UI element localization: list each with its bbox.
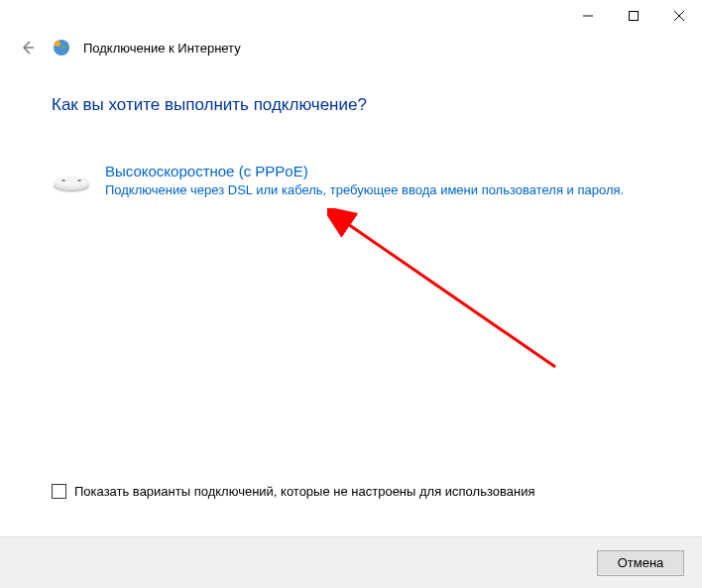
pppoe-option[interactable]: Высокоскоростное (с PPPoE) Подключение ч…	[52, 161, 658, 201]
svg-point-9	[55, 176, 88, 186]
close-button[interactable]	[656, 0, 702, 32]
question-heading: Как вы хотите выполнить подключение?	[52, 95, 658, 115]
svg-point-6	[55, 41, 60, 47]
wizard-content: Как вы хотите выполнить подключение? Выс…	[0, 67, 702, 201]
minimize-button[interactable]	[565, 0, 611, 32]
svg-line-13	[345, 222, 555, 367]
pppoe-option-title: Высокоскоростное (с PPPoE)	[105, 163, 658, 179]
svg-point-10	[61, 179, 65, 181]
show-unconfigured-row: Показать варианты подключений, которые н…	[52, 484, 534, 499]
pppoe-option-text: Высокоскоростное (с PPPoE) Подключение ч…	[105, 163, 658, 199]
maximize-button[interactable]	[611, 0, 656, 32]
wizard-title: Подключение к Интернету	[83, 41, 241, 56]
pppoe-option-description: Подключение через DSL или кабель, требую…	[105, 181, 658, 199]
wizard-header: Подключение к Интернету	[0, 32, 702, 67]
red-arrow-annotation	[327, 208, 575, 387]
svg-point-11	[77, 179, 81, 181]
svg-rect-1	[630, 12, 639, 21]
modem-icon	[52, 163, 91, 199]
cancel-button[interactable]: Отмена	[597, 550, 684, 576]
show-unconfigured-label: Показать варианты подключений, которые н…	[74, 484, 534, 499]
wizard-footer: Отмена	[0, 536, 702, 588]
show-unconfigured-checkbox[interactable]	[52, 484, 66, 499]
back-button[interactable]	[16, 36, 40, 59]
title-bar	[0, 0, 702, 32]
internet-globe-icon	[52, 38, 71, 58]
